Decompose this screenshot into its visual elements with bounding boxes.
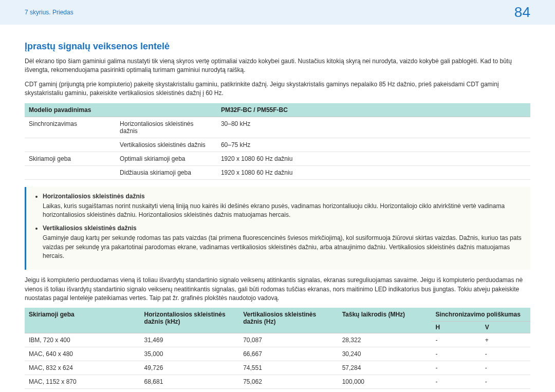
td-polh: - — [431, 375, 480, 389]
spec-cell: Optimali skiriamoji geba — [116, 152, 217, 165]
note-text: Laikas, kuris sugaištamas norint nuskait… — [43, 202, 523, 220]
td-vf: 75,062 — [239, 375, 338, 389]
td-res: MAC, 1152 x 870 — [25, 375, 140, 389]
spec-header-value: PM32F-BC / PM55F-BC — [217, 103, 530, 117]
td-polv: - — [481, 347, 530, 361]
td-res: MAC, 832 x 624 — [25, 361, 140, 375]
content: Įprastų signalų veiksenos lentelė Dėl ek… — [0, 25, 555, 389]
spec-cell: Horizontaliosios skleistinės dažnis — [116, 117, 217, 138]
spec-cell: 1920 x 1080 60 Hz dažniu — [217, 165, 530, 179]
note-item: Horizontaliosios skleistinės dažnis Laik… — [43, 192, 523, 220]
timing-table: Skiriamoji geba Horizontaliosios skleist… — [25, 308, 530, 389]
spec-cell: 1920 x 1080 60 Hz dažniu — [217, 152, 530, 165]
note-text: Gaminyje daug kartų per sekundę rodomas … — [43, 234, 523, 260]
table-row: IBM, 720 x 400 31,469 70,087 28,322 - + — [25, 333, 530, 347]
breadcrumb: 7 skyrius. Priedas — [25, 9, 73, 16]
td-pc: 100,000 — [338, 375, 432, 389]
table-row: MAC, 832 x 624 49,726 74,551 57,284 - - — [25, 361, 530, 375]
td-vf: 74,551 — [239, 361, 338, 375]
table-row: Sinchronizavimas Horizontaliosios skleis… — [25, 117, 530, 138]
td-polv: - — [481, 375, 530, 389]
spec-cell — [25, 138, 116, 152]
topbar: 7 skyrius. Priedas 84 — [0, 0, 555, 25]
td-vf: 70,087 — [239, 333, 338, 347]
td-res: MAC, 640 x 480 — [25, 347, 140, 361]
spec-cell: Sinchronizavimas — [25, 117, 116, 138]
spec-cell: Didžiausia skiriamoji geba — [116, 165, 217, 179]
spec-cell: Skiriamoji geba — [25, 152, 116, 165]
page-number: 84 — [514, 4, 530, 21]
note-label: Vertikaliosios skleistinės dažnis — [43, 224, 523, 233]
td-polh: - — [431, 347, 480, 361]
td-res: IBM, 720 x 400 — [25, 333, 140, 347]
note-box: Horizontaliosios skleistinės dažnis Laik… — [25, 187, 530, 270]
td-pc: 30,240 — [338, 347, 432, 361]
th-horizontal-freq: Horizontaliosios skleistinės dažnis (kHz… — [140, 308, 239, 333]
note-label: Horizontaliosios skleistinės dažnis — [43, 192, 523, 201]
th-polarity-v: V — [481, 322, 530, 333]
th-pixel-clock: Taškų laikrodis (MHz) — [338, 308, 432, 333]
spec-cell: 30–80 kHz — [217, 117, 530, 138]
note-item: Vertikaliosios skleistinės dažnis Gaminy… — [43, 224, 523, 261]
td-polv: - — [481, 361, 530, 375]
table-row: Skiriamoji geba Optimali skiriamoji geba… — [25, 152, 530, 165]
spec-table: Modelio pavadinimas PM32F-BC / PM55F-BC … — [25, 103, 530, 180]
intro-paragraph-2: CDT gaminį (prijungtą prie kompiuterio) … — [25, 80, 530, 98]
spec-header-model: Modelio pavadinimas — [25, 103, 217, 117]
section-title: Įprastų signalų veiksenos lentelė — [25, 41, 530, 52]
td-vf: 66,667 — [239, 347, 338, 361]
th-polarity-h: H — [431, 322, 480, 333]
th-vertical-freq: Vertikaliosios skleistinės dažnis (Hz) — [239, 308, 338, 333]
td-hf: 68,681 — [140, 375, 239, 389]
timing-table-header: Skiriamoji geba Horizontaliosios skleist… — [25, 308, 530, 322]
td-hf: 31,469 — [140, 333, 239, 347]
td-pc: 28,322 — [338, 333, 432, 347]
after-note-paragraph: Jeigu iš kompiuterio perduodamas vieną i… — [25, 276, 530, 303]
spec-cell: Vertikaliosios skleistinės dažnis — [116, 138, 217, 152]
td-hf: 35,000 — [140, 347, 239, 361]
spec-cell: 60–75 kHz — [217, 138, 530, 152]
td-polh: - — [431, 361, 480, 375]
table-row: Didžiausia skiriamoji geba 1920 x 1080 6… — [25, 165, 530, 179]
table-row: MAC, 1152 x 870 68,681 75,062 100,000 - … — [25, 375, 530, 389]
th-resolution: Skiriamoji geba — [25, 308, 140, 333]
spec-cell — [25, 165, 116, 179]
document-page: 7 skyrius. Priedas 84 Įprastų signalų ve… — [0, 0, 555, 392]
table-row: Vertikaliosios skleistinės dažnis 60–75 … — [25, 138, 530, 152]
intro-paragraph-1: Dėl ekrano tipo šiam gaminiui galima nus… — [25, 57, 530, 75]
td-hf: 49,726 — [140, 361, 239, 375]
th-polarity: Sinchronizavimo poliškumas — [431, 308, 530, 322]
td-pc: 57,284 — [338, 361, 432, 375]
td-polv: + — [481, 333, 530, 347]
table-row: MAC, 640 x 480 35,000 66,667 30,240 - - — [25, 347, 530, 361]
spec-table-header: Modelio pavadinimas PM32F-BC / PM55F-BC — [25, 103, 530, 117]
td-polh: - — [431, 333, 480, 347]
